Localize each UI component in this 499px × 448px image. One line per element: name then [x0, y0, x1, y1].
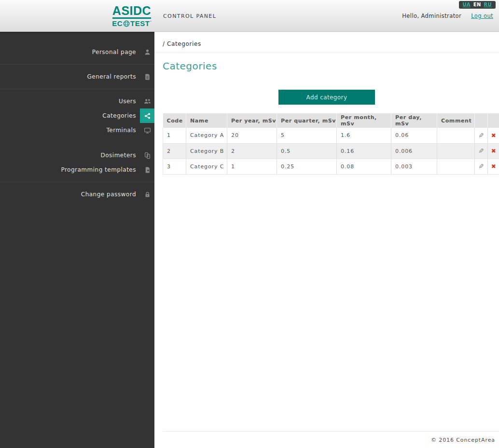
sidebar-item-terminals[interactable]: Terminals: [0, 123, 154, 137]
cell-per-year: 20: [227, 128, 277, 143]
logout-link[interactable]: Log out: [471, 13, 493, 19]
control-panel-label: CONTROL PANEL: [163, 13, 216, 19]
cell-per-quarter: 0.25: [277, 159, 337, 174]
person-icon: [144, 49, 151, 56]
cell-per-year: 1: [227, 159, 277, 174]
logo[interactable]: ASIDC EC TEST ': [110, 5, 153, 27]
lock-icon: [144, 191, 151, 198]
col-header-per-quarter: Per quarter, mSv: [277, 113, 337, 128]
cell-comment: [437, 159, 475, 174]
edit-pencil-icon[interactable]: ✎: [478, 163, 484, 170]
sidebar-item-change-password[interactable]: Change password: [0, 187, 154, 202]
cell-code: 1: [163, 128, 186, 143]
categories-table: Code Name Per year, mSv Per quarter, mSv…: [163, 113, 499, 175]
cell-name: Category C: [186, 159, 227, 174]
cell-name: Category A: [186, 128, 227, 143]
sidebar-item-users[interactable]: Users: [0, 94, 154, 109]
dosimeter-icon: [144, 152, 151, 159]
button-row: Add category: [154, 90, 499, 105]
share-icon: [144, 112, 151, 120]
sidebar: Personal page General reports Users: [0, 32, 154, 448]
col-header-edit: [475, 113, 488, 128]
cell-per-month: 0.08: [337, 159, 391, 174]
user-greeting: Hello, Administrator: [402, 13, 461, 19]
sidebar-item-personal-page[interactable]: Personal page: [0, 45, 154, 59]
cell-name: Category B: [186, 143, 227, 159]
globe-icon: [123, 20, 130, 27]
cell-per-year: 2: [227, 143, 277, 159]
page-title: Categories: [163, 60, 499, 72]
logo-trademark: ': [150, 20, 151, 24]
col-header-comment: Comment: [437, 113, 475, 128]
edit-pencil-icon[interactable]: ✎: [478, 132, 484, 139]
col-header-delete: [488, 113, 499, 128]
delete-x-icon[interactable]: ✖: [491, 163, 496, 170]
users-icon: [144, 98, 151, 105]
report-icon: [144, 73, 151, 81]
sidebar-spacer: [0, 137, 154, 148]
cell-code: 3: [163, 159, 186, 174]
table-header-row: Code Name Per year, mSv Per quarter, mSv…: [163, 113, 499, 128]
main-content: / Categories Categories Add category Cod…: [154, 32, 499, 448]
col-header-code: Code: [163, 113, 186, 128]
add-category-button[interactable]: Add category: [278, 90, 375, 105]
footer: © 2016 ConceptArea: [163, 431, 499, 448]
cell-per-quarter: 0.5: [277, 143, 337, 159]
sidebar-divider: [0, 89, 154, 89]
cell-per-month: 0.16: [337, 143, 391, 159]
col-header-name: Name: [186, 113, 227, 128]
language-switcher: UA EN RU: [459, 1, 496, 9]
sidebar-item-programming-templates[interactable]: Programming templates: [0, 163, 154, 177]
delete-x-icon[interactable]: ✖: [491, 148, 496, 154]
sidebar-item-general-reports[interactable]: General reports: [0, 69, 154, 84]
lang-ru[interactable]: RU: [484, 2, 492, 7]
categories-table-wrap: Code Name Per year, mSv Per quarter, mSv…: [163, 113, 499, 175]
sidebar-item-categories[interactable]: Categories: [0, 109, 154, 123]
table-row: 1 Category A 20 5 1.6 0.06 ✎ ✖: [163, 128, 499, 143]
header: ASIDC EC TEST ' CONTROL PANEL Hello, Adm…: [0, 0, 499, 32]
cell-comment: [437, 128, 475, 143]
cell-per-day: 0.006: [391, 143, 437, 159]
col-header-per-year: Per year, mSv: [227, 113, 277, 128]
lang-en: EN: [473, 2, 481, 7]
page: ASIDC EC TEST ' CONTROL PANEL Hello, Adm…: [0, 0, 499, 448]
logo-text-bottom: EC TEST ': [110, 19, 153, 27]
cell-code: 2: [163, 143, 186, 159]
table-row: 2 Category B 2 0.5 0.16 0.006 ✎ ✖: [163, 143, 499, 159]
cell-per-day: 0.06: [391, 128, 437, 143]
monitor-icon: [144, 127, 151, 134]
col-header-per-day: Per day, mSv: [391, 113, 437, 128]
template-icon: [144, 166, 151, 174]
copyright-text: © 2016 ConceptArea: [431, 437, 495, 443]
logo-text-top: ASIDC: [112, 5, 151, 19]
delete-x-icon[interactable]: ✖: [491, 132, 496, 139]
table-row: 3 Category C 1 0.25 0.08 0.003 ✎ ✖: [163, 159, 499, 174]
cell-per-month: 1.6: [337, 128, 391, 143]
cell-comment: [437, 143, 475, 159]
sidebar-divider: [0, 182, 154, 182]
breadcrumb[interactable]: / Categories: [163, 41, 201, 47]
col-header-per-month: Per month, mSv: [337, 113, 391, 128]
cell-per-day: 0.003: [391, 159, 437, 174]
breadcrumb-row: / Categories: [154, 32, 499, 53]
lang-ua[interactable]: UA: [463, 2, 471, 7]
sidebar-item-dosimeters[interactable]: Dosimeters: [0, 148, 154, 163]
cell-per-quarter: 5: [277, 128, 337, 143]
sidebar-divider: [0, 64, 154, 65]
edit-pencil-icon[interactable]: ✎: [478, 147, 484, 155]
